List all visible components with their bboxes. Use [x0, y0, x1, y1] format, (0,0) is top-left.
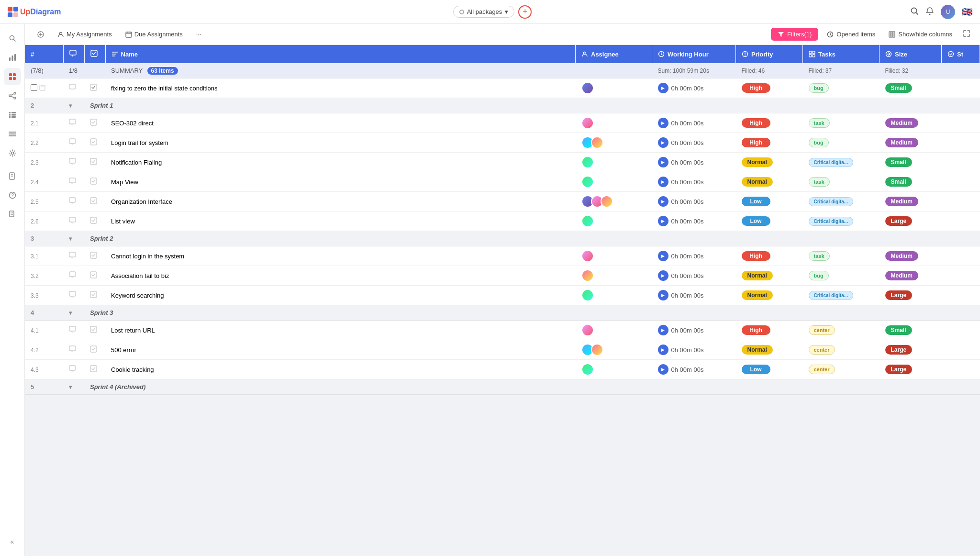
svg-rect-50 [893, 32, 895, 37]
svg-rect-25 [9, 116, 11, 118]
row-priority: High [736, 78, 803, 98]
filters-label: Filters(1) [787, 31, 812, 38]
sidebar-item-search[interactable] [4, 30, 21, 47]
svg-point-61 [745, 55, 746, 56]
row-working-hour: ▶0h 00m 00s [652, 78, 736, 98]
sidebar-item-settings[interactable] [4, 145, 21, 162]
sidebar-item-help[interactable]: ? [4, 187, 21, 204]
group-chevron[interactable]: ▾ [63, 231, 84, 246]
table-row: 3.3 Keyword searching ▶0h 00m 00s Normal… [25, 286, 980, 305]
svg-rect-86 [69, 217, 76, 222]
summary-row: (7/8) 1/8 SUMMARY 63 items Sum: 100h 59m… [25, 63, 980, 78]
svg-point-6 [929, 13, 931, 15]
row-size: Medium [880, 192, 942, 211]
row-status [942, 286, 980, 305]
summary-items: 1/8 [63, 63, 84, 78]
sidebar-collapse-button[interactable]: « [4, 533, 21, 550]
row-comment[interactable] [63, 192, 84, 211]
notifications-button[interactable] [925, 7, 934, 17]
row-checklist[interactable] [84, 192, 105, 211]
more-options-button[interactable]: ··· [191, 28, 206, 40]
col-size: Size [880, 45, 942, 63]
row-assignee [576, 246, 652, 266]
row-status [942, 153, 980, 172]
row-status [942, 340, 980, 360]
sidebar-item-board[interactable] [4, 68, 21, 85]
row-size: Large [880, 286, 942, 305]
row-checklist[interactable] [84, 266, 105, 286]
row-checklist[interactable] [84, 153, 105, 172]
sidebar-item-book[interactable] [4, 167, 21, 185]
table-row: 2.1 SEO-302 direct ▶0h 00m 00s High task… [25, 113, 980, 133]
svg-rect-106 [90, 366, 97, 372]
search-button[interactable] [910, 7, 919, 17]
row-status [942, 360, 980, 379]
row-working-hour: ▶0h 00m 00s [652, 153, 736, 172]
add-package-button[interactable]: + [518, 5, 532, 19]
group-chevron[interactable]: ▾ [63, 305, 84, 321]
row-comment[interactable] [63, 266, 84, 286]
my-assignments-button[interactable]: My Assignments [53, 28, 117, 40]
row-assignee [576, 192, 652, 211]
row-checklist[interactable] [84, 286, 105, 305]
row-status [942, 246, 980, 266]
svg-rect-70 [90, 84, 97, 90]
summary-subcounts: (7/8) [25, 63, 63, 78]
due-assignments-button[interactable]: Due Assignments [121, 28, 188, 40]
row-checklist[interactable] [84, 113, 105, 133]
row-comment[interactable] [63, 133, 84, 153]
row-comment[interactable] [63, 113, 84, 133]
row-status [942, 321, 980, 340]
sidebar-item-list[interactable] [4, 106, 21, 123]
row-working-hour: ▶0h 00m 00s [652, 266, 736, 286]
package-selector[interactable]: All packages ▾ [453, 6, 515, 18]
row-id [25, 78, 63, 98]
row-comment[interactable] [63, 78, 84, 98]
row-comment[interactable] [63, 340, 84, 360]
language-flag[interactable]: 🇬🇧 [962, 7, 972, 17]
row-task: task [803, 246, 880, 266]
row-comment[interactable] [63, 172, 84, 192]
svg-rect-65 [813, 55, 815, 57]
row-checklist[interactable] [84, 211, 105, 231]
svg-rect-92 [69, 272, 76, 277]
sidebar-item-menu[interactable] [4, 125, 21, 143]
row-checkbox[interactable] [31, 84, 37, 91]
group-row: 2 ▾ Sprint 1 [25, 98, 980, 113]
row-comment[interactable] [63, 153, 84, 172]
row-comment[interactable] [63, 246, 84, 266]
sidebar-item-chart[interactable] [4, 49, 21, 66]
row-comment[interactable] [63, 286, 84, 305]
svg-rect-89 [69, 252, 76, 257]
row-checklist[interactable] [84, 340, 105, 360]
user-avatar[interactable]: U [941, 5, 955, 19]
sidebar-item-doc[interactable] [4, 206, 21, 223]
filters-button[interactable]: Filters(1) [771, 28, 818, 41]
row-checklist[interactable] [84, 172, 105, 192]
row-comment[interactable] [63, 360, 84, 379]
group-num: 3 [25, 231, 63, 246]
filter-icon [778, 31, 784, 38]
row-checklist[interactable] [84, 321, 105, 340]
sidebar-item-share[interactable] [4, 87, 21, 104]
opened-items-button[interactable]: Opened items [822, 28, 880, 40]
row-comment[interactable] [63, 211, 84, 231]
row-working-hour: ▶0h 00m 00s [652, 321, 736, 340]
row-id: 3.2 [25, 266, 63, 286]
col-priority: Priority [736, 45, 803, 63]
svg-rect-100 [90, 326, 97, 333]
add-item-button[interactable] [33, 29, 49, 40]
row-checklist[interactable] [84, 78, 105, 98]
row-checklist[interactable] [84, 133, 105, 153]
row-comment[interactable] [63, 321, 84, 340]
row-checklist[interactable] [84, 360, 105, 379]
expand-button[interactable] [961, 28, 972, 41]
show-hide-button[interactable]: Show/hide columns [884, 28, 957, 40]
row-checklist[interactable] [84, 246, 105, 266]
row-assignee [576, 113, 652, 133]
row-priority: High [736, 246, 803, 266]
app-logo[interactable]: UpDiagram [8, 7, 75, 17]
group-chevron[interactable]: ▾ [63, 98, 84, 113]
row-id: 4.3 [25, 360, 63, 379]
group-chevron[interactable]: ▾ [63, 379, 84, 395]
